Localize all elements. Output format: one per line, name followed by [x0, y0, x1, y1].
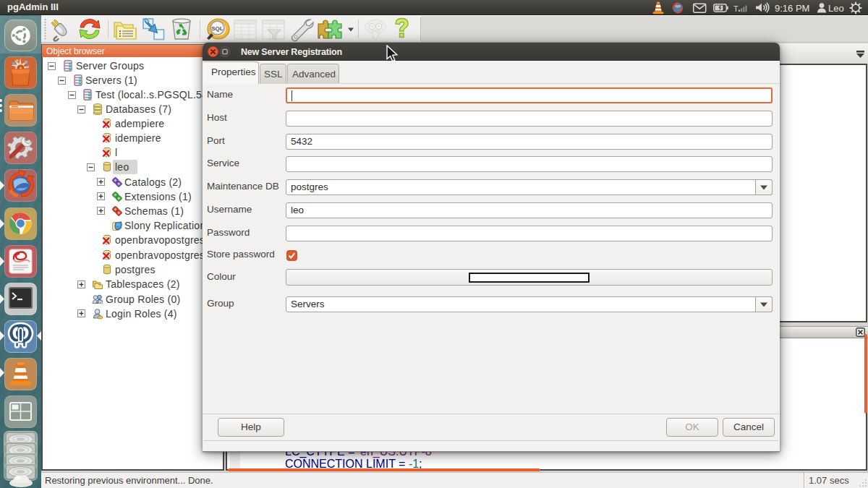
- svg-text:SQL: SQL: [211, 25, 224, 32]
- svg-text:T: T: [733, 4, 739, 13]
- svg-text:Leo: Leo: [828, 3, 844, 14]
- svg-text:9:16 PM: 9:16 PM: [775, 3, 809, 14]
